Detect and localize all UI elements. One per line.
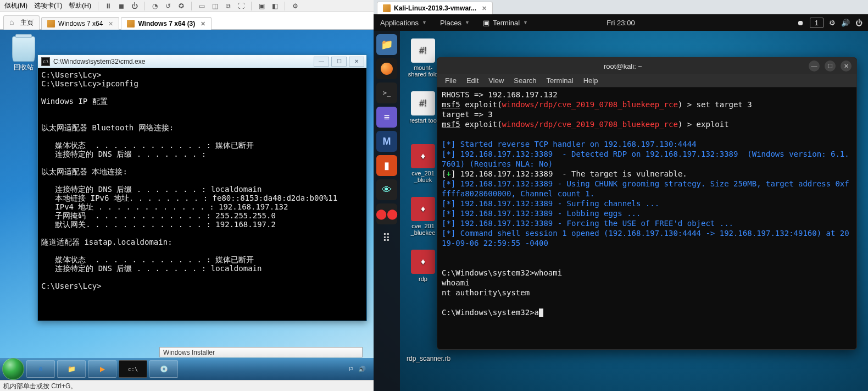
tray-flag-icon[interactable]: ⚐ <box>348 366 354 373</box>
dock-cherrytree[interactable]: ⬤⬤ <box>376 203 397 224</box>
dock-show-apps[interactable]: ⠿ <box>376 228 397 249</box>
menu-vm[interactable]: 似机(M) <box>2 0 30 12</box>
unity-icon[interactable]: ◧ <box>269 1 280 12</box>
close-button[interactable]: ✕ <box>349 57 364 67</box>
terminal-output[interactable]: RHOSTS => 192.168.197.132 msf5 exploit(w… <box>437 87 856 349</box>
minimize-button[interactable]: — <box>314 57 329 67</box>
taskbar-cmd[interactable]: c:\ <box>119 360 147 378</box>
workspace-indicator[interactable]: 1 <box>810 18 824 28</box>
menu-help[interactable]: Help <box>583 76 598 85</box>
settings-icon[interactable]: ⚙ <box>290 1 301 12</box>
volume-icon[interactable]: 🔊 <box>841 19 850 27</box>
dock-maltego[interactable]: 👁 <box>376 179 397 200</box>
menu-tabs[interactable]: 选项卡(T) <box>32 0 64 12</box>
revert-icon[interactable]: ↺ <box>163 1 174 12</box>
separator <box>285 2 285 10</box>
tab-label: Windows 7 x64 (3) <box>138 20 195 27</box>
menu-file[interactable]: File <box>445 76 457 85</box>
recycle-bin[interactable]: 回收站 <box>10 36 37 72</box>
maximize-button[interactable]: ☐ <box>825 60 836 71</box>
status-text: 机内部单击或按 Ctrl+G。 <box>3 382 77 390</box>
vm-icon <box>383 4 391 12</box>
taskbar-installer[interactable]: 💿 <box>149 360 178 378</box>
power-icon[interactable]: ⏻ <box>855 19 863 27</box>
terminal-menubar: File Edit View Search Terminal Help <box>437 74 856 87</box>
desktop-rdp[interactable]: ♦ rdp <box>407 250 439 282</box>
win7-desktop[interactable]: 回收站 c:\ C:\Windows\system32\cmd.exe — ☐ … <box>0 30 374 380</box>
cmd-window[interactable]: c:\ C:\Windows\system32\cmd.exe — ☐ ✕ C:… <box>37 54 367 321</box>
tab-win7-2[interactable]: Windows 7 x64 (3) ✕ <box>121 17 212 30</box>
menu-terminal[interactable]: Terminal <box>547 76 574 85</box>
maximize-button[interactable]: ☐ <box>331 57 347 67</box>
desktop-scanner-label[interactable]: rdp_scanner.rb <box>407 355 450 362</box>
record-icon[interactable]: ⏺ <box>797 19 804 27</box>
close-icon[interactable]: ✕ <box>201 20 205 27</box>
recycle-bin-label: 回收站 <box>14 63 34 71</box>
ruby-icon: ♦ <box>411 197 435 221</box>
desktop-mount[interactable]: #! mount-shared fold <box>407 38 439 78</box>
separator <box>144 2 145 10</box>
dock-editor[interactable]: ≡ <box>376 107 397 128</box>
vmware-host-pane: 似机(M) 选项卡(T) 帮助(H) ⏸ ◼ ⏻ ◔ ↺ ✪ ▭ ◫ ⧉ ⛶ ▣… <box>0 0 374 391</box>
stop-icon[interactable]: ◼ <box>116 1 127 12</box>
dock-metasploit[interactable]: M <box>376 131 397 152</box>
power-icon[interactable]: ⏻ <box>129 1 140 12</box>
system-tray[interactable]: ⚐ 🔊 <box>348 366 371 373</box>
start-button[interactable] <box>2 358 24 380</box>
gnome-terminal-window[interactable]: root@kali: ~ — ☐ ✕ File Edit View Search… <box>437 57 857 350</box>
dock-terminal[interactable] <box>376 82 397 103</box>
tab-win7-1[interactable]: Windows 7 x64 ✕ <box>41 17 119 30</box>
win7-taskbar: e 📁 ▶ c:\ 💿 ⚐ 🔊 <box>0 358 374 380</box>
tab-home[interactable]: 主页 <box>3 15 40 30</box>
close-icon[interactable]: ✕ <box>108 20 113 27</box>
dock-burp[interactable]: ▮ <box>376 155 397 176</box>
view1-icon[interactable]: ▭ <box>196 1 207 12</box>
snapshot-icon[interactable]: ◔ <box>149 1 160 12</box>
menu-help[interactable]: 帮助(H) <box>66 0 93 12</box>
windows-installer-window[interactable]: Windows Installer <box>159 347 363 357</box>
close-icon[interactable]: ✕ <box>482 5 487 12</box>
desktop-cve2[interactable]: ♦ cve_201 _bluekee <box>407 197 439 236</box>
taskbar-explorer[interactable]: 📁 <box>57 360 86 378</box>
menu-terminal-app[interactable]: ▣ Terminal▼ <box>476 19 535 27</box>
settings-icon[interactable]: ⚙ <box>829 19 836 27</box>
minimize-button[interactable]: — <box>809 60 820 71</box>
separator <box>191 2 192 10</box>
host-statusbar: 机内部单击或按 Ctrl+G。 <box>0 380 374 391</box>
kali-host-pane: Kali-Linux-2019.3-vmwar... ✕ Application… <box>374 0 868 391</box>
separator <box>98 2 98 10</box>
desktop-restart[interactable]: #! restart too <box>407 91 439 124</box>
menu-search[interactable]: Search <box>514 76 536 85</box>
vm-icon <box>47 20 55 27</box>
dock-files[interactable]: 📁 <box>376 34 397 55</box>
manage-icon[interactable]: ✪ <box>176 1 187 12</box>
tray-volume-icon[interactable]: 🔊 <box>358 366 366 373</box>
cmd-titlebar[interactable]: c:\ C:\Windows\system32\cmd.exe — ☐ ✕ <box>38 55 366 68</box>
pause-icon[interactable]: ⏸ <box>103 1 114 12</box>
desktop-cve1[interactable]: ♦ cve_201 _bluek <box>407 144 439 183</box>
cmd-output[interactable]: C:\Users\Lcy> C:\Users\Lcy>ipconfig Wind… <box>38 68 366 293</box>
fullscreen-icon[interactable]: ⛶ <box>236 1 247 12</box>
tab-label: 主页 <box>20 18 34 27</box>
dock: 📁 ≡ M ▮ 👁 ⬤⬤ ⠿ <box>374 31 400 391</box>
kali-desktop[interactable]: Applications▼ Places▼ ▣ Terminal▼ Fri 23… <box>374 14 868 391</box>
menu-view[interactable]: View <box>488 76 504 85</box>
menu-places[interactable]: Places▼ <box>433 19 476 27</box>
home-icon <box>9 19 17 27</box>
view2-icon[interactable]: ◫ <box>209 1 220 12</box>
dock-firefox[interactable] <box>376 58 397 79</box>
vm-tabstrip: 主页 Windows 7 x64 ✕ Windows 7 x64 (3) ✕ <box>0 12 374 30</box>
terminal-titlebar[interactable]: root@kali: ~ — ☐ ✕ <box>437 58 856 74</box>
menu-edit[interactable]: Edit <box>466 76 478 85</box>
taskbar-media[interactable]: ▶ <box>88 360 116 378</box>
close-button[interactable]: ✕ <box>841 60 852 71</box>
menu-applications[interactable]: Applications▼ <box>374 19 433 27</box>
ruby-icon: ♦ <box>411 144 435 168</box>
clock[interactable]: Fri 23:00 <box>600 19 641 27</box>
script-icon: #! <box>411 38 435 63</box>
tab-kali[interactable]: Kali-Linux-2019.3-vmwar... ✕ <box>377 2 493 14</box>
taskbar-ie[interactable]: e <box>26 360 55 378</box>
cursor <box>539 309 543 317</box>
console-icon[interactable]: ▣ <box>256 1 267 12</box>
view3-icon[interactable]: ⧉ <box>222 1 233 12</box>
